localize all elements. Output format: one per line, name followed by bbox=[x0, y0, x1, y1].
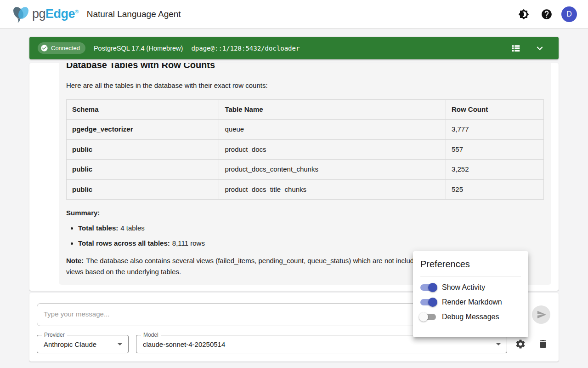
table-row: publicproduct_docs_title_chunks525 bbox=[67, 179, 544, 200]
table-name-cell: queue bbox=[219, 120, 446, 140]
switch-thumb bbox=[419, 312, 428, 322]
schema-cell: public bbox=[67, 160, 219, 180]
brand-text: pgEdge® bbox=[32, 7, 79, 21]
brightness-icon bbox=[518, 9, 529, 20]
table-row: publicproduct_docs_content_chunks3,252 bbox=[67, 160, 544, 180]
schema-cell: public bbox=[67, 179, 219, 200]
toggle-render-markdown: Render Markdown bbox=[413, 295, 528, 310]
theme-toggle-button[interactable] bbox=[515, 6, 532, 23]
connection-expand-button[interactable] bbox=[533, 41, 547, 55]
message-intro: Here are all the tables in the database … bbox=[66, 80, 544, 91]
table-name-cell: product_docs bbox=[219, 139, 446, 160]
table-name-cell: product_docs_content_chunks bbox=[219, 160, 446, 180]
schema-cell: public bbox=[67, 139, 219, 160]
list-item: Total rows across all tables:8,111 rows bbox=[78, 238, 544, 249]
pgedge-logo: pgEdge® bbox=[11, 5, 79, 23]
server-version-label: PostgreSQL 17.4 (Homebrew) bbox=[94, 45, 183, 52]
model-select[interactable]: Model claude-sonnet-4-20250514 bbox=[136, 335, 507, 353]
help-button[interactable] bbox=[538, 6, 555, 23]
column-header: Schema bbox=[67, 99, 219, 120]
provider-select[interactable]: Provider Anthropic Claude bbox=[37, 335, 129, 353]
dropdown-arrow-icon bbox=[114, 339, 125, 351]
connection-bar: Connected PostgreSQL 17.4 (Homebrew) dpa… bbox=[29, 37, 559, 59]
trash-icon bbox=[537, 339, 548, 350]
table-row: publicproduct_docs557 bbox=[67, 139, 544, 160]
toggle-label: Show Activity bbox=[442, 283, 485, 292]
row-count-cell: 525 bbox=[446, 179, 543, 200]
row-count-cell: 3,252 bbox=[446, 160, 543, 180]
column-header: Table Name bbox=[219, 99, 446, 120]
send-icon bbox=[537, 310, 547, 320]
provider-select-value: Anthropic Claude bbox=[44, 335, 113, 353]
row-count-cell: 3,777 bbox=[446, 120, 543, 140]
toggle-label: Debug Messages bbox=[442, 313, 499, 321]
pgedge-logo-icon bbox=[11, 5, 31, 23]
row-count-cell: 557 bbox=[446, 139, 543, 160]
dropdown-arrow-icon bbox=[493, 339, 504, 351]
list-item: Total tables:4 tables bbox=[78, 223, 544, 234]
help-icon bbox=[541, 8, 553, 20]
toggle-debug-messages: Debug Messages bbox=[413, 310, 528, 324]
summary-list: Total tables:4 tables Total rows across … bbox=[66, 223, 544, 249]
render-markdown-switch[interactable] bbox=[420, 299, 436, 305]
switch-thumb bbox=[428, 283, 437, 292]
connection-string: dpage@::1/128:5432/docloader bbox=[191, 45, 300, 52]
column-header: Row Count bbox=[446, 99, 543, 120]
toggle-label: Render Markdown bbox=[442, 298, 502, 306]
gear-icon bbox=[515, 339, 526, 350]
app-header: pgEdge® Natural Language Agent D bbox=[0, 0, 588, 29]
tables-body: pgedge_vectorizerqueue3,777publicproduct… bbox=[67, 120, 544, 200]
connection-bar-actions bbox=[509, 41, 550, 55]
table-header-row: SchemaTable NameRow Count bbox=[67, 99, 544, 120]
debug-messages-switch[interactable] bbox=[420, 314, 436, 320]
model-select-value: claude-sonnet-4-20250514 bbox=[143, 335, 491, 353]
page-title: Natural Language Agent bbox=[87, 9, 181, 19]
connection-list-button[interactable] bbox=[509, 41, 523, 55]
divider bbox=[420, 276, 521, 276]
send-button[interactable] bbox=[532, 305, 550, 324]
avatar[interactable]: D bbox=[561, 6, 577, 22]
check-circle-icon bbox=[40, 44, 48, 52]
status-badge-label: Connected bbox=[51, 45, 80, 52]
preferences-popup: Preferences Show Activity Render Markdow… bbox=[413, 251, 528, 337]
row-counts-table: SchemaTable NameRow Count pgedge_vectori… bbox=[66, 99, 544, 200]
server-list-icon bbox=[511, 43, 521, 53]
table-name-cell: product_docs_title_chunks bbox=[219, 179, 446, 200]
switch-thumb bbox=[428, 298, 437, 307]
status-badge: Connected bbox=[38, 42, 85, 54]
clear-chat-button[interactable] bbox=[532, 333, 554, 355]
table-row: pgedge_vectorizerqueue3,777 bbox=[67, 120, 544, 140]
preferences-title: Preferences bbox=[420, 259, 521, 270]
summary-label: Summary: bbox=[66, 208, 544, 218]
header-actions: D bbox=[515, 6, 577, 23]
chevron-down-icon bbox=[534, 42, 546, 54]
message-heading: Database Tables with Row Counts bbox=[66, 63, 544, 71]
show-activity-switch[interactable] bbox=[420, 284, 436, 291]
toggle-show-activity: Show Activity bbox=[413, 280, 528, 295]
schema-cell: pgedge_vectorizer bbox=[67, 120, 219, 140]
